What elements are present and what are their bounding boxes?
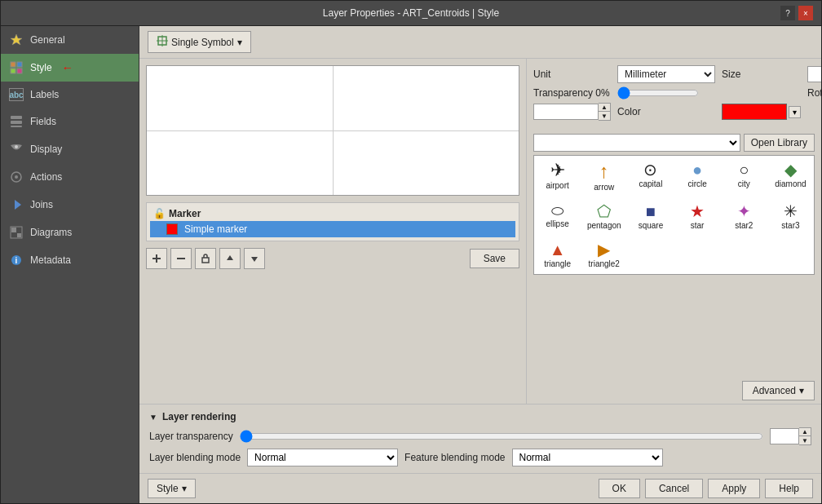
sidebar-item-fields-label: Fields [30, 116, 56, 127]
transparency-slider[interactable] [617, 86, 699, 99]
apply-button[interactable]: Apply [708, 479, 760, 498]
rotation-up-button[interactable]: ▲ [599, 104, 610, 112]
sidebar: General Style ← abc Labels Fields [1, 26, 139, 503]
collapse-button[interactable]: ▼ [149, 413, 157, 422]
title-bar-buttons: ? × [780, 6, 813, 20]
sidebar-item-joins[interactable]: Joins [1, 191, 139, 219]
move-down-button[interactable] [244, 248, 265, 269]
sidebar-item-display[interactable]: Display [1, 135, 139, 163]
single-symbol-button[interactable]: Single Symbol ▾ [148, 31, 251, 53]
size-input-group: 0.00000 ▲ ▼ ← [807, 65, 821, 83]
symbol-item-star3[interactable]: ✳ star3 [767, 197, 814, 236]
sidebar-item-diagrams[interactable]: Diagrams [1, 219, 139, 246]
star3-icon: ✳ [784, 203, 798, 219]
sidebar-item-joins-label: Joins [30, 199, 53, 210]
symbols-group-select[interactable] [533, 134, 740, 152]
symbol-item-triangle2[interactable]: ▶ triangle2 [581, 236, 627, 274]
symbol-item-circle[interactable]: ● circle [674, 156, 721, 197]
size-input[interactable]: 0.00000 [807, 66, 821, 82]
triangle2-icon: ▶ [598, 241, 610, 258]
style-dropdown-button[interactable]: Style ▾ [148, 479, 196, 498]
remove-layer-button[interactable] [170, 248, 192, 269]
transparency-value-input[interactable]: 0 [770, 428, 799, 444]
svg-rect-13 [11, 228, 16, 232]
advanced-button[interactable]: Advanced ▾ [742, 381, 815, 400]
save-button[interactable]: Save [470, 249, 519, 268]
lock-layer-button[interactable] [195, 248, 216, 269]
symbol-item-triangle[interactable]: ▲ triangle [534, 236, 581, 274]
style-dropdown-icon: ▾ [182, 483, 187, 494]
svg-marker-24 [227, 255, 233, 260]
labels-icon: abc [9, 88, 24, 101]
symbol-item-pentagon[interactable]: ⬠ pentagon [581, 197, 627, 236]
svg-point-8 [15, 145, 18, 148]
layer-transparency-slider[interactable] [240, 430, 763, 443]
open-library-button[interactable]: Open Library [744, 134, 815, 152]
style-label: Style [157, 483, 179, 494]
advanced-label: Advanced [753, 385, 796, 396]
layer-color-swatch [166, 223, 178, 235]
transparency-label: Transparency 0% [533, 87, 611, 99]
unit-select[interactable]: Millimeter [617, 65, 715, 83]
pentagon-label: pentagon [587, 221, 621, 230]
star2-label: star2 [735, 221, 753, 230]
airport-icon: ✈ [550, 161, 565, 179]
sidebar-item-general[interactable]: General [1, 26, 139, 54]
ok-button[interactable]: OK [599, 479, 640, 498]
symbol-item-ellipse[interactable]: ⬭ ellipse [534, 197, 581, 236]
sidebar-item-labels[interactable]: abc Labels [1, 82, 139, 108]
symbol-item-star[interactable]: ★ star [674, 197, 721, 236]
symbol-empty-3 [721, 236, 767, 274]
layer-blend-label: Layer blending mode [149, 452, 241, 463]
transparency-spin: ▲ ▼ [799, 427, 811, 445]
transparency-up-button[interactable]: ▲ [799, 428, 811, 436]
symbol-item-square[interactable]: ■ square [627, 197, 674, 236]
layer-blend-select[interactable]: Normal [247, 449, 398, 466]
rotation-down-button[interactable]: ▼ [599, 112, 610, 120]
window-title: Layer Properties - ART_Centroids | Style [42, 7, 780, 19]
arrow-label: arrow [594, 183, 614, 192]
svg-rect-23 [202, 258, 209, 263]
symbol-item-city[interactable]: ○ city [721, 156, 767, 197]
layer-item-simple-marker[interactable]: Simple marker [150, 221, 515, 237]
symbol-item-diamond[interactable]: ◆ diamond [767, 156, 814, 197]
color-swatch[interactable] [722, 104, 787, 120]
capital-icon: ⊙ [643, 161, 657, 178]
help-button[interactable]: ? [780, 6, 795, 20]
symbol-item-star2[interactable]: ✦ star2 [721, 197, 767, 236]
svg-rect-14 [17, 233, 21, 237]
symbol-item-capital[interactable]: ⊙ capital [627, 156, 674, 197]
symbol-item-arrow[interactable]: ↑ arrow [581, 156, 627, 197]
sidebar-item-metadata[interactable]: i Metadata [1, 246, 139, 274]
transparency-row [617, 86, 801, 99]
footer-right: OK Cancel Apply Help [599, 479, 813, 498]
arrow-icon: ↑ [599, 161, 609, 181]
svg-marker-0 [11, 34, 22, 45]
sidebar-item-fields[interactable]: Fields [1, 108, 139, 135]
transparency-down-button[interactable]: ▼ [799, 436, 811, 444]
close-button[interactable]: × [798, 6, 813, 20]
help-footer-button[interactable]: Help [765, 479, 813, 498]
move-up-button[interactable] [219, 248, 241, 269]
layer-transparency-label: Layer transparency [149, 431, 233, 442]
main-window: Layer Properties - ART_Centroids | Style… [0, 0, 822, 504]
triangle-icon: ▲ [550, 241, 566, 258]
lock-icon: 🔓 [153, 208, 166, 219]
cancel-button[interactable]: Cancel [645, 479, 703, 498]
sidebar-item-metadata-label: Metadata [30, 254, 71, 266]
transparency-value-group: 0 ▲ ▼ [770, 427, 811, 445]
symbol-item-airport[interactable]: ✈ airport [534, 156, 581, 197]
title-bar: Layer Properties - ART_Centroids | Style… [1, 1, 821, 26]
blend-modes-row: Layer blending mode Normal Feature blend… [149, 449, 811, 466]
feature-blend-select[interactable]: Normal [512, 449, 663, 466]
sidebar-item-style[interactable]: Style ← [1, 54, 139, 82]
actions-icon [9, 170, 24, 184]
diamond-icon: ◆ [784, 161, 797, 178]
rotation-spin-arrows: ▲ ▼ [599, 103, 611, 121]
sidebar-item-actions[interactable]: Actions [1, 163, 139, 191]
sidebar-item-labels-label: Labels [30, 89, 59, 100]
city-label: city [738, 179, 750, 188]
color-dropdown-button[interactable]: ▾ [789, 106, 801, 118]
add-layer-button[interactable] [146, 248, 167, 269]
rotation-input[interactable]: 0.00 ° [533, 104, 599, 120]
